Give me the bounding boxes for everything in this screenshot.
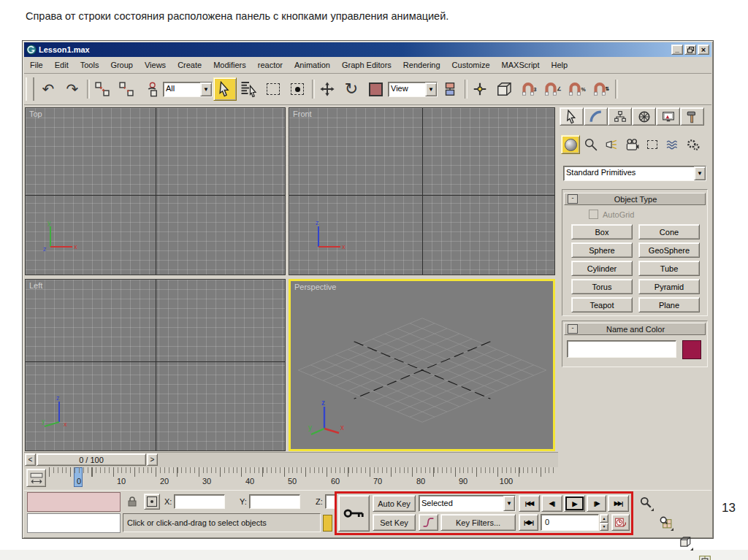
frame-spinner[interactable]: ▲ ▼ [600,514,608,531]
viewport-left[interactable]: Left z y x [25,279,286,451]
key-filters-button[interactable]: Key Filters... [440,514,516,531]
selection-filter-dropdown[interactable]: All ▼ [163,82,213,97]
object-color-swatch[interactable] [682,340,701,359]
menu-modifiers[interactable]: Modifiers [207,58,252,72]
window-crossing-selection-button[interactable] [286,77,309,101]
selection-lock-toggle[interactable] [125,494,140,509]
autogrid-checkbox[interactable] [589,210,598,219]
time-slider-handle[interactable]: 0 / 100 [37,453,146,466]
torus-button[interactable]: Torus [571,279,633,294]
next-frame-button[interactable]: ||▶ [587,495,606,512]
category-systems[interactable] [684,135,703,154]
tab-create[interactable] [560,107,584,126]
toolbar-grip[interactable] [26,77,34,101]
minimize-button[interactable]: _ [671,45,683,55]
collapse-icon[interactable]: - [568,324,578,334]
menu-reactor[interactable]: reactor [252,58,289,72]
time-configuration-button[interactable] [611,514,630,531]
menu-tools[interactable]: Tools [75,58,105,72]
maxscript-listener-pink[interactable] [27,492,121,512]
bind-to-space-warp-button[interactable] [139,77,162,101]
y-coord-field[interactable] [249,494,300,509]
snaps-toggle-button[interactable]: 3 [516,77,540,101]
zoom-all-button[interactable] [656,512,674,532]
dropdown-arrow-icon[interactable]: ▼ [200,83,212,96]
percent-snap-button[interactable]: % [565,77,588,101]
teapot-button[interactable]: Teapot [571,297,633,312]
use-pivot-point-center-button[interactable] [438,77,462,101]
dropdown-arrow-icon[interactable]: ▼ [503,496,515,511]
default-tangent-button[interactable] [419,514,438,531]
track-bar-ruler[interactable]: 0 10 20 30 40 50 60 70 80 90 100 [49,467,557,488]
menu-file[interactable]: File [24,58,49,72]
rectangular-selection-region-button[interactable] [262,77,285,101]
go-to-start-button[interactable]: |◀◀ [519,495,540,512]
pyramid-button[interactable]: Pyramid [638,279,700,294]
viewport-top[interactable]: Top y x z [25,107,286,275]
title-bar[interactable]: Lesson1.max _ × [24,42,711,57]
tab-modify[interactable] [584,107,608,126]
partial-button[interactable] [323,515,332,532]
menu-help[interactable]: Help [546,58,574,72]
key-filter-selection-dropdown[interactable]: Selected ▼ [419,495,516,512]
tube-button[interactable]: Tube [638,261,700,276]
set-key-button[interactable]: Set Key [373,514,416,531]
spinner-snap-button[interactable]: ⇅ [589,77,612,101]
undo-button[interactable]: ↶ [37,77,60,101]
zoom-extents-button[interactable] [676,532,694,551]
menu-customize[interactable]: Customize [446,58,496,72]
menu-maxscript[interactable]: MAXScript [496,58,546,72]
select-object-button[interactable] [213,77,237,101]
time-slider-prev-button[interactable]: < [25,453,36,466]
z-coord-field[interactable] [325,494,335,509]
select-and-scale-button[interactable] [364,77,387,101]
viewport-front[interactable]: Front z x [289,107,555,275]
spinner-up-icon[interactable]: ▲ [600,514,608,523]
time-slider-next-button[interactable]: > [147,453,158,466]
reference-coordinate-system-dropdown[interactable]: View ▼ [388,82,438,97]
category-lights[interactable] [602,135,621,154]
restore-button[interactable] [684,45,696,55]
object-type-header[interactable]: - Object Type [564,193,706,205]
geosphere-button[interactable]: GeoSphere [638,242,700,258]
select-and-move-button[interactable] [316,77,339,101]
menu-graph-editors[interactable]: Graph Editors [336,58,397,72]
sphere-button[interactable]: Sphere [571,242,633,258]
menu-edit[interactable]: Edit [49,58,75,72]
tab-display[interactable] [656,107,680,126]
category-shapes[interactable] [581,135,600,154]
set-keys-button[interactable] [338,495,370,532]
play-animation-button[interactable]: ▶ [564,495,585,512]
previous-frame-button[interactable]: ◀|| [541,495,562,512]
select-by-name-button[interactable] [237,77,261,101]
go-to-end-button[interactable]: ▶▶| [608,495,629,512]
auto-key-button[interactable]: Auto Key [373,495,416,512]
plane-button[interactable]: Plane [638,297,700,312]
menu-group[interactable]: Group [104,58,139,72]
redo-button[interactable]: ↷ [61,77,84,101]
cone-button[interactable]: Cone [638,224,700,239]
select-and-manipulate-button[interactable] [468,77,492,101]
tab-hierarchy[interactable] [608,107,632,126]
select-and-link-button[interactable] [91,77,114,101]
keyboard-shortcut-override-button[interactable] [492,77,516,101]
spinner-down-icon[interactable]: ▼ [600,523,608,532]
angle-snap-button[interactable]: ∠ [541,77,564,101]
tab-utilities[interactable] [680,107,704,126]
viewport-perspective[interactable]: Perspective z x y [289,279,555,451]
collapse-icon[interactable]: - [568,194,578,204]
close-button[interactable]: × [698,45,709,55]
name-color-header[interactable]: - Name and Color [564,323,706,335]
cylinder-button[interactable]: Cylinder [571,261,633,276]
object-name-field[interactable] [567,340,676,358]
key-mode-toggle-button[interactable]: |◀▶| [519,514,538,531]
current-frame-field[interactable]: 0 [541,514,599,531]
category-helpers[interactable] [643,135,662,154]
dropdown-arrow-icon[interactable]: ▼ [425,83,437,96]
absolute-mode-toggle[interactable] [144,494,160,510]
category-space-warps[interactable] [663,135,682,154]
box-button[interactable]: Box [571,224,633,239]
category-cameras[interactable] [622,135,641,154]
unlink-selection-button[interactable] [115,77,138,101]
zoom-button[interactable] [636,492,654,512]
